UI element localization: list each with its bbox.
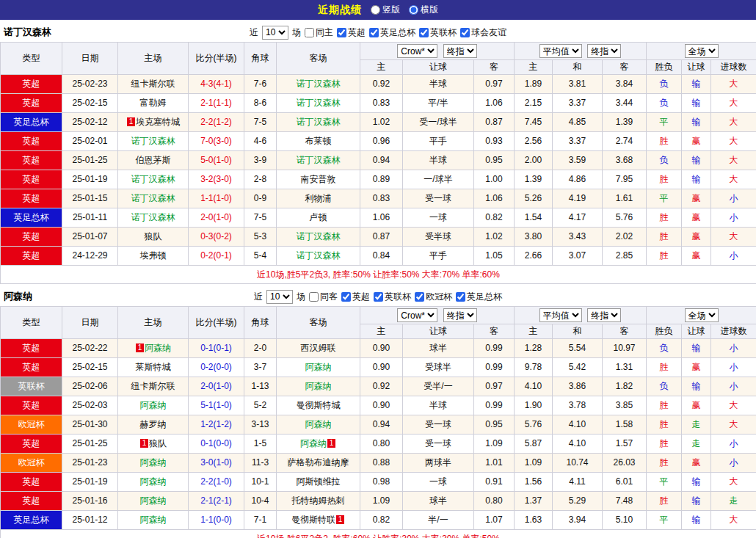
home-team-cell[interactable]: 阿森纳 bbox=[118, 492, 189, 511]
home-team-cell[interactable]: 阿森纳 bbox=[118, 473, 189, 492]
score-cell[interactable]: 5-1(1-0) bbox=[189, 396, 244, 415]
away-team-cell[interactable]: 利物浦 bbox=[277, 189, 360, 208]
score-cell[interactable]: 2-2(1-0) bbox=[189, 473, 244, 492]
league-checkbox[interactable] bbox=[341, 292, 351, 302]
league-filter-3[interactable]: 球会友谊 bbox=[460, 26, 506, 39]
view-option-vertical[interactable]: 竖版 bbox=[371, 4, 400, 16]
home-team-cell[interactable]: 1埃克塞特城 bbox=[118, 113, 189, 132]
away-team-cell[interactable]: 诺丁汉森林 bbox=[277, 94, 360, 113]
same-venue-checkbox[interactable] bbox=[309, 292, 319, 302]
team-name: 阿森纳 bbox=[4, 290, 32, 303]
home-team-cell[interactable]: 阿森纳 bbox=[118, 511, 189, 530]
league-filter-2[interactable]: 欧冠杯 bbox=[415, 291, 452, 303]
home-team-cell[interactable]: 1阿森纳 bbox=[118, 339, 189, 358]
score-cell[interactable]: 4-3(4-1) bbox=[189, 75, 244, 94]
home-team-cell[interactable]: 纽卡斯尔联 bbox=[118, 75, 189, 94]
euro-source-select[interactable]: 平均值 bbox=[539, 308, 582, 322]
league-checkbox[interactable] bbox=[415, 292, 424, 302]
score-cell[interactable]: 7-0(3-0) bbox=[189, 132, 244, 151]
same-venue-filter[interactable]: 同客 bbox=[309, 291, 338, 303]
col-eu-away: 客 bbox=[603, 324, 647, 339]
score-cell[interactable]: 2-2(1-2) bbox=[189, 113, 244, 132]
same-venue-filter[interactable]: 同主 bbox=[305, 26, 333, 39]
home-team-cell[interactable]: 诺丁汉森林 bbox=[118, 208, 189, 228]
odds-company-select[interactable]: Crow* bbox=[397, 308, 437, 322]
league-filter-3[interactable]: 英足总杯 bbox=[456, 291, 502, 303]
league-filter-2[interactable]: 英联杯 bbox=[419, 26, 457, 39]
away-team-cell[interactable]: 托特纳姆热刺 bbox=[277, 492, 360, 511]
recent-count-select[interactable]: 10 bbox=[262, 26, 288, 40]
away-team-cell[interactable]: 南安普敦 bbox=[277, 170, 360, 189]
home-team-cell[interactable]: 狼队 bbox=[118, 228, 189, 247]
score-cell[interactable]: 0-2(0-1) bbox=[189, 247, 244, 266]
home-team-cell[interactable]: 埃弗顿 bbox=[118, 247, 189, 266]
score-cell[interactable]: 1-1(1-0) bbox=[189, 189, 244, 208]
away-team-cell[interactable]: 萨格勒布迪纳摩 bbox=[277, 454, 360, 473]
home-team-cell[interactable]: 诺丁汉森林 bbox=[118, 189, 189, 208]
away-team-cell[interactable]: 诺丁汉森林 bbox=[277, 75, 360, 94]
score-cell[interactable]: 5-0(1-0) bbox=[189, 151, 244, 170]
scope-select[interactable]: 全场 bbox=[685, 308, 719, 322]
league-filter-0[interactable]: 英超 bbox=[341, 291, 370, 303]
odds-company-select[interactable]: Crow* bbox=[397, 44, 437, 58]
home-team-cell[interactable]: 诺丁汉森林 bbox=[118, 170, 189, 189]
score-cell[interactable]: 2-0(1-0) bbox=[189, 208, 244, 228]
score-cell[interactable]: 1-1(0-0) bbox=[189, 511, 244, 530]
same-venue-checkbox[interactable] bbox=[305, 28, 314, 37]
scope-select[interactable]: 全场 bbox=[685, 44, 719, 58]
league-checkbox[interactable] bbox=[374, 292, 383, 302]
score-cell[interactable]: 1-2(1-2) bbox=[189, 415, 244, 435]
odds-stage-select[interactable]: 终指 bbox=[443, 44, 477, 58]
away-team-cell[interactable]: 阿森纳 bbox=[277, 377, 360, 396]
home-team-cell[interactable]: 诺丁汉森林 bbox=[118, 132, 189, 151]
home-team-cell[interactable]: 纽卡斯尔联 bbox=[118, 377, 189, 396]
league-checkbox[interactable] bbox=[460, 28, 470, 37]
score-cell[interactable]: 0-1(0-0) bbox=[189, 435, 244, 454]
away-team-cell[interactable]: 曼彻斯特城 bbox=[277, 396, 360, 415]
euro-source-select[interactable]: 平均值 bbox=[539, 44, 582, 58]
home-team-cell[interactable]: 阿森纳 bbox=[118, 454, 189, 473]
euro-stage-select[interactable]: 终指 bbox=[587, 308, 621, 322]
away-team-cell[interactable]: 西汉姆联 bbox=[277, 339, 360, 358]
score-cell[interactable]: 0-2(0-0) bbox=[189, 358, 244, 377]
league-checkbox[interactable] bbox=[456, 292, 465, 302]
away-team-cell[interactable]: 诺丁汉森林 bbox=[277, 228, 360, 247]
euro-stage-select[interactable]: 终指 bbox=[587, 44, 621, 58]
home-team-cell[interactable]: 阿森纳 bbox=[118, 396, 189, 415]
odds-stage-select[interactable]: 终指 bbox=[443, 308, 477, 322]
home-team-cell[interactable]: 赫罗纳 bbox=[118, 415, 189, 435]
recent-count-select[interactable]: 10 bbox=[266, 290, 293, 304]
league-checkbox[interactable] bbox=[419, 28, 429, 37]
away-team-cell[interactable]: 卢顿 bbox=[277, 208, 360, 228]
eu-home-odds: 5.87 bbox=[515, 435, 553, 454]
score-cell[interactable]: 2-1(1-1) bbox=[189, 94, 244, 113]
score-cell[interactable]: 0-3(0-2) bbox=[189, 228, 244, 247]
view-option-horizontal[interactable]: 横版 bbox=[409, 4, 438, 16]
away-team-cell[interactable]: 布莱顿 bbox=[277, 132, 360, 151]
home-team-cell[interactable]: 莱斯特城 bbox=[118, 358, 189, 377]
home-team-cell[interactable]: 伯恩茅斯 bbox=[118, 151, 189, 170]
away-team-cell[interactable]: 曼彻斯特联1 bbox=[277, 511, 360, 530]
score-cell[interactable]: 2-1(2-1) bbox=[189, 492, 244, 511]
score-cell[interactable]: 3-0(1-0) bbox=[189, 454, 244, 473]
home-team-cell[interactable]: 1狼队 bbox=[118, 435, 189, 454]
away-team-cell[interactable]: 阿森纳 bbox=[277, 415, 360, 435]
vertical-radio[interactable] bbox=[371, 5, 380, 15]
away-team-cell[interactable]: 阿森纳1 bbox=[277, 435, 360, 454]
away-team-cell[interactable]: 诺丁汉森林 bbox=[277, 113, 360, 132]
league-filter-0[interactable]: 英超 bbox=[337, 26, 366, 39]
league-checkbox[interactable] bbox=[337, 28, 346, 37]
score-cell[interactable]: 0-1(0-1) bbox=[189, 339, 244, 358]
horizontal-radio[interactable] bbox=[409, 5, 418, 15]
league-checkbox[interactable] bbox=[369, 28, 379, 37]
away-team-cell[interactable]: 诺丁汉森林 bbox=[277, 247, 360, 266]
away-team-cell[interactable]: 阿斯顿维拉 bbox=[277, 473, 360, 492]
score-cell[interactable]: 3-2(3-0) bbox=[189, 170, 244, 189]
away-team-cell[interactable]: 诺丁汉森林 bbox=[277, 151, 360, 170]
home-team-cell[interactable]: 富勒姆 bbox=[118, 94, 189, 113]
score-cell[interactable]: 2-0(1-0) bbox=[189, 377, 244, 396]
league-filter-1[interactable]: 英足总杯 bbox=[369, 26, 415, 39]
away-team-cell[interactable]: 阿森纳 bbox=[277, 358, 360, 377]
col-eu-draw: 和 bbox=[553, 324, 603, 339]
league-filter-1[interactable]: 英联杯 bbox=[374, 291, 411, 303]
